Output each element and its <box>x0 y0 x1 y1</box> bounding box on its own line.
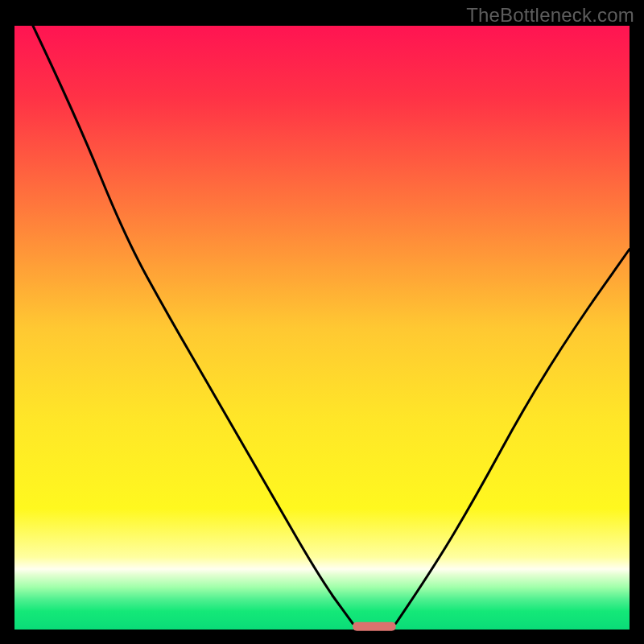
chart-svg <box>0 0 644 644</box>
chart-frame: TheBottleneck.com <box>0 0 644 644</box>
plot-background <box>14 26 630 630</box>
watermark-text: TheBottleneck.com <box>466 4 634 27</box>
optimal-marker <box>353 622 395 631</box>
